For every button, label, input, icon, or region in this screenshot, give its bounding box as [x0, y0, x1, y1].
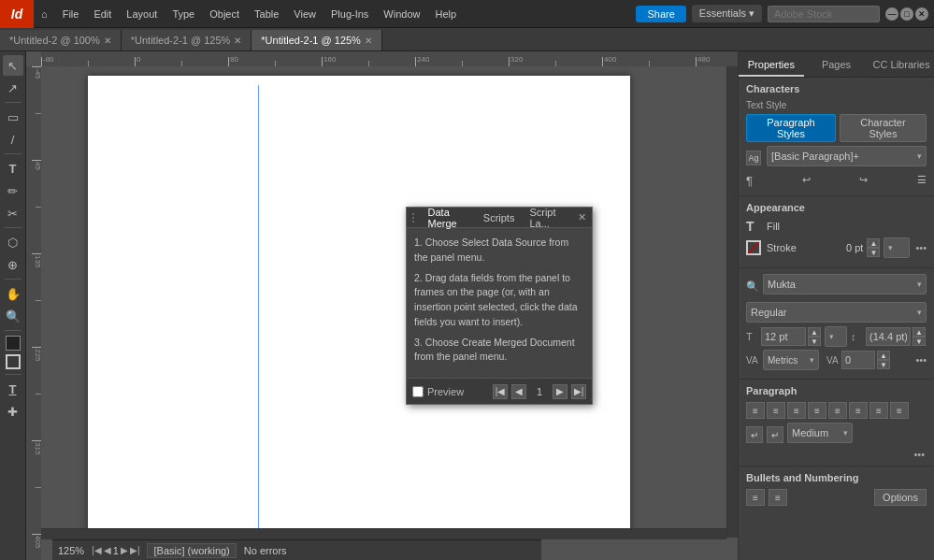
- character-styles-button[interactable]: Character Styles: [840, 114, 927, 142]
- leading-input[interactable]: [866, 327, 911, 346]
- tool-notes[interactable]: ✚: [3, 401, 23, 422]
- menu-layout[interactable]: Layout: [119, 0, 165, 28]
- menu-file[interactable]: File: [55, 0, 87, 28]
- tool-transform[interactable]: ⊕: [3, 254, 23, 275]
- align-center[interactable]: ≡: [767, 402, 785, 419]
- tab-1[interactable]: *Untitled-2 @ 100% ✕: [0, 30, 122, 50]
- stroke-unit-dropdown[interactable]: ▾: [884, 237, 910, 258]
- menu-table[interactable]: Table: [247, 0, 286, 28]
- menu-object[interactable]: Object: [202, 0, 247, 28]
- menu-edit[interactable]: Edit: [86, 0, 119, 28]
- para-icon-1[interactable]: ¶: [746, 174, 753, 188]
- menu-type[interactable]: Type: [165, 0, 202, 28]
- tab-2[interactable]: *Untitled-2-1 @ 125% ✕: [122, 30, 252, 50]
- nav-first-button[interactable]: |◀: [493, 384, 508, 399]
- font-size-input[interactable]: [761, 327, 806, 346]
- share-button[interactable]: Share: [636, 6, 685, 22]
- align-toward-spine[interactable]: ≡: [849, 402, 868, 419]
- nav-next-button[interactable]: ▶: [553, 384, 568, 399]
- minimize-button[interactable]: —: [885, 7, 898, 21]
- menu-window[interactable]: Window: [376, 0, 427, 28]
- panel-header[interactable]: Data Merge Scripts Script La... ✕: [407, 208, 592, 228]
- tracking-down[interactable]: ▼: [877, 360, 890, 369]
- font-dropdown[interactable]: Mukta ▾: [763, 274, 927, 294]
- font-size-unit[interactable]: ▾: [825, 326, 847, 347]
- stroke-up[interactable]: ▲: [867, 238, 880, 248]
- indent-left-icon[interactable]: ↵: [746, 426, 763, 443]
- maximize-button[interactable]: □: [900, 7, 913, 21]
- nav-prev-button[interactable]: ◀: [511, 384, 526, 399]
- status-next-btn[interactable]: ▶: [121, 545, 128, 555]
- canvas-area[interactable]: Data Merge Scripts Script La... ✕ 1. Cho…: [26, 51, 738, 560]
- tab-3-close[interactable]: ✕: [365, 36, 372, 46]
- tab-3[interactable]: *Untitled-2-1 @ 125% ✕: [251, 30, 382, 50]
- menu-home[interactable]: ⌂: [34, 0, 55, 28]
- preview-checkbox[interactable]: [412, 386, 424, 397]
- scroll-vertical[interactable]: [726, 66, 738, 538]
- close-button[interactable]: ✕: [915, 7, 928, 21]
- tool-frame[interactable]: ▭: [3, 107, 23, 127]
- tool-shape[interactable]: ⬡: [3, 232, 23, 252]
- tool-select[interactable]: ↖: [3, 55, 23, 76]
- panel-tab-data-merge[interactable]: Data Merge: [421, 207, 476, 229]
- clear-override-icon[interactable]: ↩: [802, 174, 811, 188]
- para-spacing-dropdown[interactable]: Medium ▾: [787, 423, 853, 443]
- panel-tab-script-label[interactable]: Script La...: [522, 207, 574, 229]
- tab-pages[interactable]: Pages: [804, 51, 869, 77]
- tab-properties[interactable]: Properties: [739, 51, 804, 77]
- align-justify-spine[interactable]: ≡: [890, 402, 909, 419]
- appearance-more[interactable]: •••: [915, 242, 927, 253]
- tracking-input[interactable]: [841, 351, 875, 369]
- char-more[interactable]: •••: [915, 354, 927, 366]
- kerning-dropdown[interactable]: Metrics ▾: [763, 350, 819, 370]
- para-icon-3[interactable]: ↪: [859, 174, 868, 188]
- indent-right-icon[interactable]: ↵: [767, 426, 783, 443]
- status-prev-page[interactable]: |◀: [92, 545, 102, 555]
- leading-up[interactable]: ▲: [912, 327, 926, 337]
- font-size-up[interactable]: ▲: [808, 327, 821, 337]
- status-prev-btn[interactable]: ◀: [104, 545, 111, 555]
- scroll-horizontal[interactable]: [41, 528, 726, 539]
- font-style-dropdown[interactable]: Regular ▾: [746, 302, 927, 323]
- para-more[interactable]: •••: [746, 449, 927, 460]
- align-left[interactable]: ≡: [746, 402, 765, 419]
- options-button[interactable]: Options: [874, 489, 927, 506]
- essentials-button[interactable]: Essentials ▾: [692, 5, 762, 22]
- menu-plugins[interactable]: Plug-Ins: [323, 0, 376, 28]
- tool-hand[interactable]: ✋: [3, 283, 23, 304]
- tab-2-close[interactable]: ✕: [234, 36, 241, 46]
- align-justify[interactable]: ≡: [808, 402, 826, 419]
- search-input[interactable]: [768, 6, 880, 22]
- align-justify-all[interactable]: ≡: [828, 402, 847, 419]
- bullets-list-icon[interactable]: ≡: [746, 489, 765, 506]
- tab-1-close[interactable]: ✕: [104, 36, 111, 46]
- stroke-color-swatch[interactable]: [6, 354, 21, 369]
- stroke-down[interactable]: ▼: [867, 248, 880, 257]
- bullets-num-icon[interactable]: ≡: [769, 489, 787, 506]
- nav-last-button[interactable]: ▶|: [571, 384, 586, 399]
- panel-close-icon[interactable]: ✕: [578, 211, 586, 223]
- status-bar: 125% |◀ ◀ 1 ▶ ▶| [Basic] (working) No er…: [52, 539, 541, 560]
- font-size-down[interactable]: ▼: [808, 337, 821, 346]
- menu-view[interactable]: View: [286, 0, 323, 28]
- align-right[interactable]: ≡: [787, 402, 806, 419]
- tool-pencil[interactable]: ✏: [3, 180, 23, 201]
- tool-text[interactable]: T: [3, 158, 23, 179]
- fill-color-swatch[interactable]: [6, 336, 21, 351]
- tab-cc-libraries[interactable]: CC Libraries: [869, 51, 934, 77]
- tool-zoom[interactable]: 🔍: [3, 306, 23, 326]
- align-away-spine[interactable]: ≡: [869, 402, 888, 419]
- tracking-up[interactable]: ▲: [877, 351, 890, 360]
- panel-tab-scripts[interactable]: Scripts: [476, 212, 523, 223]
- status-next-page[interactable]: ▶|: [130, 545, 140, 555]
- tool-direct-select[interactable]: ↗: [3, 78, 23, 98]
- tool-type-on-path[interactable]: T: [3, 379, 23, 399]
- leading-down[interactable]: ▼: [912, 337, 926, 346]
- tool-divider-6: [5, 374, 22, 375]
- style-dropdown[interactable]: [Basic Paragraph]+ ▾: [767, 146, 927, 166]
- menu-help[interactable]: Help: [427, 0, 464, 28]
- paragraph-styles-button[interactable]: Paragraph Styles: [746, 114, 836, 142]
- tool-scissors[interactable]: ✂: [3, 203, 23, 223]
- tool-line[interactable]: /: [3, 129, 23, 150]
- new-style-icon[interactable]: ☰: [917, 174, 927, 188]
